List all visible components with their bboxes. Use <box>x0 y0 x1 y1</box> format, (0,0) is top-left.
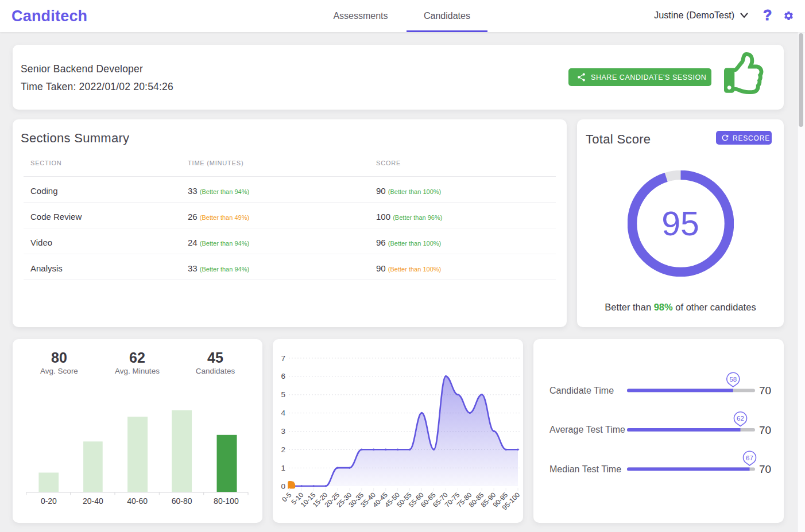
svg-text:Median Test Time: Median Test Time <box>549 464 621 474</box>
svg-text:62: 62 <box>737 415 744 422</box>
svg-text:70: 70 <box>759 385 771 397</box>
svg-text:Candidate Time: Candidate Time <box>549 386 614 395</box>
svg-text:Average Test Time: Average Test Time <box>549 425 625 434</box>
svg-text:67: 67 <box>746 455 753 461</box>
svg-text:58: 58 <box>729 376 737 383</box>
svg-text:70: 70 <box>759 463 771 475</box>
svg-text:70: 70 <box>759 424 771 436</box>
